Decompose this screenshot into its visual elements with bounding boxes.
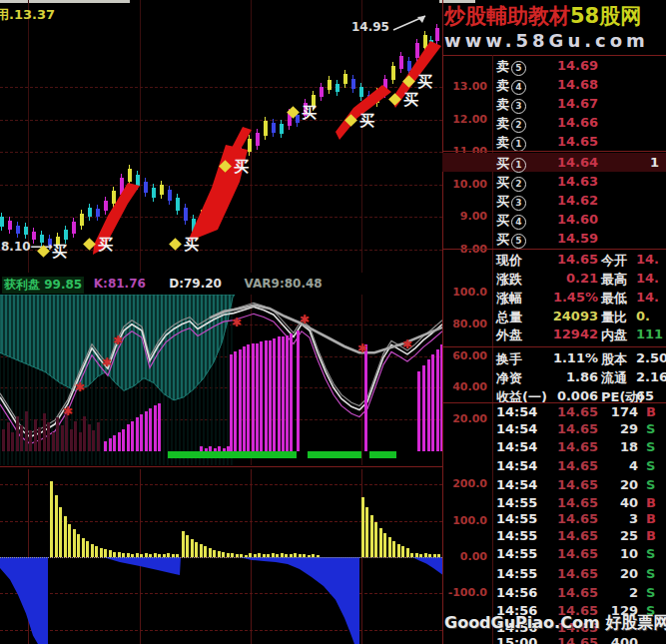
- order-book: 卖514.69卖414.68卖314.67卖214.66卖114.65买114.…: [442, 0, 666, 644]
- stat-label: 涨跌: [496, 271, 522, 289]
- trade-row[interactable]: 14:5414.65174B: [442, 403, 666, 420]
- dim-bar: [16, 416, 19, 451]
- trade-row[interactable]: 14:5414.6520S: [442, 476, 666, 493]
- stat-value-2: 2.50: [636, 350, 666, 365]
- trade-row[interactable]: 14:5514.653B: [442, 510, 666, 527]
- trade-row[interactable]: 14:5414.654S: [442, 457, 666, 474]
- ask-row[interactable]: 卖214.66: [442, 113, 666, 132]
- bid-row[interactable]: 买114.641: [442, 153, 666, 172]
- trade-time: 14:54: [496, 458, 537, 473]
- magenta-bar: [290, 333, 293, 450]
- trade-volume: 20: [592, 477, 638, 492]
- bid-row[interactable]: 买414.60: [442, 210, 666, 229]
- trade-price: 14.65: [546, 477, 598, 492]
- dim-bar: [34, 419, 37, 451]
- level-number: 3: [511, 196, 526, 211]
- yellow-bar: [182, 531, 185, 557]
- trade-side: S: [646, 439, 655, 454]
- corner-label: 用.13.37: [0, 6, 55, 24]
- signal-star-icon: ✱: [357, 341, 367, 355]
- magenta-bar: [260, 341, 263, 451]
- ask-row[interactable]: 卖114.65: [442, 132, 666, 151]
- trade-row[interactable]: 14:5514.6520S: [442, 565, 666, 582]
- trade-time: 14:54: [496, 421, 537, 436]
- magenta-bar: [243, 346, 246, 451]
- bid-row[interactable]: 买514.59: [442, 229, 666, 248]
- dim-bar: [47, 422, 50, 451]
- bid-volume: 1: [650, 155, 659, 170]
- profit-indicator-panel[interactable]: ✱✱✱✱✱✱✱✱: [0, 295, 442, 465]
- banner-url[interactable]: www.58Gu.com: [444, 29, 666, 53]
- signal-star-icon: ✱: [300, 313, 310, 326]
- ask-label: 卖2: [496, 115, 526, 133]
- indicator-header-item: D:79.20: [169, 277, 222, 291]
- trade-price: 14.65: [546, 528, 598, 543]
- trade-row[interactable]: 14:5414.6529S: [442, 420, 666, 437]
- dim-bar: [92, 430, 95, 451]
- magenta-bar: [278, 336, 281, 450]
- yellow-bar: [109, 550, 112, 557]
- dim-bar: [2, 429, 5, 451]
- signal-star-icon: ✱: [102, 355, 112, 369]
- ad-banner[interactable]: 炒股輔助教材58股网 www.58Gu.com: [444, 3, 666, 55]
- ask-label: 卖1: [496, 134, 526, 152]
- trade-row[interactable]: 14:5514.6510S: [442, 545, 666, 562]
- stat-value-2: 14.: [636, 271, 659, 286]
- trade-row[interactable]: 14:5414.6518S: [442, 438, 666, 455]
- divider-line: [442, 151, 666, 152]
- trade-volume: 20: [592, 566, 638, 581]
- ask-row[interactable]: 卖514.69: [442, 56, 666, 75]
- stat-label-2: 量比: [601, 309, 627, 326]
- level-number: 5: [511, 61, 526, 76]
- trade-side: S: [646, 546, 655, 561]
- yellow-bar: [195, 542, 198, 557]
- bid-price: 14.63: [550, 174, 598, 189]
- yellow-bar: [91, 544, 94, 557]
- magenta-bar: [227, 446, 230, 451]
- level-number: 3: [511, 99, 526, 114]
- bid-row[interactable]: 买314.62: [442, 191, 666, 210]
- magenta-bar: [122, 429, 125, 451]
- trade-price: 14.65: [546, 635, 598, 644]
- dim-bar: [29, 430, 32, 451]
- main-candlestick-chart[interactable]: 14.958.10—→买买买买买买买买: [0, 0, 442, 273]
- yellow-bar: [209, 548, 212, 557]
- trade-row[interactable]: 15:0014.65400: [442, 634, 666, 644]
- ask-price: 14.68: [550, 77, 598, 92]
- dim-bar: [11, 432, 14, 451]
- yellow-bar: [64, 516, 67, 557]
- bid-price: 14.60: [550, 212, 598, 227]
- level-number: 1: [511, 158, 526, 173]
- trade-side: S: [646, 477, 655, 492]
- trade-side: B: [646, 528, 656, 543]
- trade-side: B: [646, 404, 656, 419]
- trade-row[interactable]: 14:5514.6540B: [442, 494, 666, 511]
- blue-area: [412, 557, 442, 574]
- ask-row[interactable]: 卖314.67: [442, 94, 666, 113]
- bid-price: 14.64: [550, 155, 598, 170]
- yellow-bar: [374, 522, 377, 557]
- bid-label: 买3: [496, 193, 526, 211]
- trade-time: 14:56: [496, 585, 537, 600]
- dim-bar: [20, 425, 23, 450]
- stat-value: 0.006: [538, 388, 598, 403]
- banner-brand-red: 炒股輔助教材: [444, 4, 570, 28]
- magenta-bar: [109, 438, 112, 451]
- dim-bar: [43, 413, 46, 451]
- bid-row[interactable]: 买214.63: [442, 172, 666, 191]
- stat-label: 现价: [496, 252, 522, 270]
- trade-volume: 25: [592, 528, 638, 543]
- buy-signal-label: 买: [417, 73, 432, 92]
- trade-row[interactable]: 14:5514.6525B: [442, 527, 666, 544]
- trade-time: 14:55: [496, 566, 537, 581]
- buy-signal-label: 买: [302, 104, 317, 123]
- histogram-indicator-panel[interactable]: [0, 469, 442, 644]
- ask-label: 卖4: [496, 77, 526, 95]
- stat-value: 12942: [538, 326, 598, 341]
- panel-divider: [0, 466, 442, 467]
- high-price-label: 14.95: [351, 20, 389, 34]
- ask-row[interactable]: 卖414.68: [442, 75, 666, 94]
- trade-row[interactable]: 14:5614.652S: [442, 584, 666, 601]
- yellow-bar: [204, 546, 207, 557]
- yellow-bar: [82, 538, 85, 557]
